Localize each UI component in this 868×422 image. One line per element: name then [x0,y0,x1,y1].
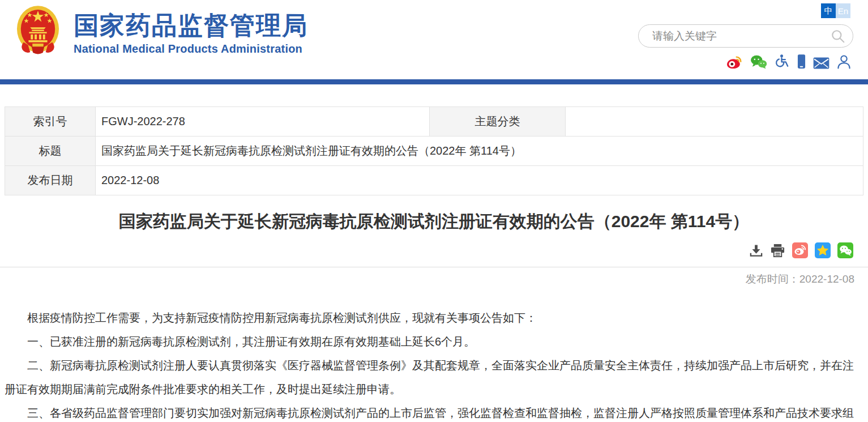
weibo-icon[interactable] [726,53,743,69]
publish-time-label: 发布时间： [746,273,799,285]
share-wechat-icon[interactable] [837,242,853,258]
publish-time: 发布时间：2022-12-08 [0,272,854,287]
share-qzone-icon[interactable] [815,242,831,258]
mobile-icon[interactable] [797,53,806,69]
paragraph: 三、各省级药品监督管理部门要切实加强对新冠病毒抗原检测试剂产品的上市后监管，强化… [5,401,863,422]
download-icon[interactable] [749,244,763,258]
site-header: 国家药品监督管理局 National Medical Products Admi… [0,0,868,79]
national-emblem-icon [16,5,60,57]
header-divider-bar [0,79,868,84]
wechat-icon[interactable] [750,53,767,69]
publish-date-value: 2022-12-08 [96,166,863,195]
brand-text: 国家药品监督管理局 National Medical Products Admi… [74,5,308,56]
index-number-value: FGWJ-2022-278 [96,107,430,137]
site-title-en: National Medical Products Administration [74,42,308,56]
title-label: 标题 [5,137,96,166]
title-divider [0,267,868,267]
article: 国家药监局关于延长新冠病毒抗原检测试剂注册证有效期的公告（2022年 第114号… [0,210,868,422]
article-toolbar [0,242,853,259]
site-logo-link[interactable]: 国家药品监督管理局 National Medical Products Admi… [16,5,308,57]
user-icon[interactable] [837,53,851,69]
publish-date-label: 发布日期 [5,166,96,195]
article-body: 根据疫情防控工作需要，为支持新冠疫情防控用新冠病毒抗原检测试剂供应，现就有关事项… [5,306,863,422]
lang-en-button[interactable]: En [836,3,850,18]
title-value: 国家药监局关于延长新冠病毒抗原检测试剂注册证有效期的公告（2022年 第114号… [96,137,863,166]
paragraph: 根据疫情防控工作需要，为支持新冠疫情防控用新冠病毒抗原检测试剂供应，现就有关事项… [5,306,863,330]
document-info-table: 索引号 FGWJ-2022-278 主题分类 标题 国家药监局关于延长新冠病毒抗… [5,106,863,195]
table-row: 标题 国家药监局关于延长新冠病毒抗原检测试剂注册证有效期的公告（2022年 第1… [5,137,863,166]
paragraph: 二、新冠病毒抗原检测试剂注册人要认真贯彻落实《医疗器械监督管理条例》及其配套规章… [5,353,863,401]
index-number-label: 索引号 [5,107,96,137]
language-switch: 中 En [821,3,850,18]
article-title: 国家药监局关于延长新冠病毒抗原检测试剂注册证有效期的公告（2022年 第114号… [0,210,868,233]
share-weibo-icon[interactable] [792,242,808,258]
mail-icon[interactable] [813,53,829,69]
topic-category-value [566,107,863,137]
search-input[interactable] [639,30,831,42]
table-row: 索引号 FGWJ-2022-278 主题分类 [5,107,863,137]
accessibility-icon[interactable] [775,53,790,69]
paragraph: 一、已获准注册的新冠病毒抗原检测试剂，其注册证有效期在原有效期基础上延长6个月。 [5,330,863,353]
header-quick-icons [726,53,851,69]
search-box [638,24,853,48]
topic-category-label: 主题分类 [430,107,566,137]
table-row: 发布日期 2022-12-08 [5,166,863,195]
site-title-zh: 国家药品监督管理局 [74,11,308,40]
lang-zh-button[interactable]: 中 [821,3,836,18]
publish-time-value: 2022-12-08 [799,273,854,285]
search-icon[interactable] [831,29,845,44]
print-icon[interactable] [770,244,785,258]
page: 国家药品监督管理局 National Medical Products Admi… [0,0,868,422]
